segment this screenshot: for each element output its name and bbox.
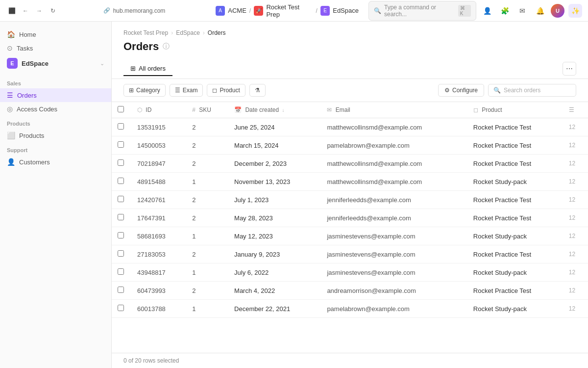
table-header-row: ⬡ ID # SKU 📅 Date created ↓	[112, 102, 588, 118]
row-id: 13531915	[131, 118, 186, 136]
row-checkbox[interactable]	[118, 123, 124, 130]
exam-icon: ☰	[175, 87, 180, 94]
th-email: ✉ Email	[321, 102, 467, 118]
reload-btn[interactable]: ↻	[47, 5, 59, 17]
row-checkbox[interactable]	[118, 287, 124, 293]
exam-filter-btn[interactable]: ☰ Exam	[170, 84, 203, 97]
row-sku: 2	[186, 191, 228, 209]
row-checkbox-cell	[112, 155, 131, 173]
avatar[interactable]: U	[551, 4, 564, 18]
category-label: Category	[136, 87, 160, 94]
sidebar-item-home[interactable]: 🏠 Home	[0, 27, 111, 41]
table-row[interactable]: 70218947 2 December 2, 2023 matthewcolli…	[112, 155, 588, 173]
table-row[interactable]: 12420761 2 July 1, 2023 jenniferleedds@e…	[112, 191, 588, 209]
select-all-checkbox[interactable]	[118, 106, 124, 112]
product-col-icon: ◻	[473, 106, 478, 113]
sidebar-item-access-codes[interactable]: ◎ Access Codes	[0, 102, 111, 116]
row-sku: 1	[186, 300, 228, 318]
table-row[interactable]: 58681693 1 May 12, 2023 jasminestevens@e…	[112, 227, 588, 245]
row-checkbox[interactable]	[118, 214, 124, 220]
nav-controls: ⬛ ← → ↻	[6, 5, 59, 17]
row-sku: 2	[186, 118, 228, 136]
row-checkbox[interactable]	[118, 159, 124, 166]
table-row[interactable]: 17647391 2 May 28, 2023 jenniferleedds@e…	[112, 209, 588, 227]
row-checkbox[interactable]	[118, 196, 124, 202]
sidebar-item-products[interactable]: ⬜ Products	[0, 129, 111, 142]
products-icon: ⬜	[7, 131, 15, 139]
th-sku-label: SKU	[199, 106, 211, 113]
row-email: pamelabrown@example.com	[321, 136, 467, 155]
acme-label: ACME	[228, 7, 246, 14]
sidebar-item-orders[interactable]: ☰ Orders	[0, 88, 111, 102]
products-label: Products	[19, 132, 44, 139]
row-id: 43948817	[131, 263, 186, 282]
row-checkbox[interactable]	[118, 268, 124, 275]
edspace-label: EdSpace	[333, 7, 359, 14]
row-checkbox[interactable]	[118, 305, 124, 311]
table-row[interactable]: 60013788 1 December 22, 2021 pamelabrown…	[112, 300, 588, 318]
row-date: July 6, 2022	[228, 263, 321, 282]
configure-icon: ⚙	[444, 87, 450, 94]
row-email: matthewcollinsmd@example.com	[321, 155, 467, 173]
row-num: 12	[563, 136, 588, 155]
profile-btn[interactable]: 👤	[480, 4, 494, 18]
th-extra: ☰	[563, 102, 588, 118]
row-checkbox[interactable]	[118, 232, 124, 238]
extension-icon[interactable]: 🧩	[498, 4, 512, 18]
row-sku: 2	[186, 136, 228, 155]
sidebar-item-customers[interactable]: 👤 Customers	[0, 155, 111, 169]
row-checkbox-cell	[112, 263, 131, 282]
sidebar-item-tasks[interactable]: ⊙ Tasks	[0, 41, 111, 55]
row-checkbox[interactable]	[118, 178, 124, 184]
table-row[interactable]: 13531915 2 June 25, 2024 matthewcollinsm…	[112, 118, 588, 136]
th-date: 📅 Date created ↓	[228, 102, 321, 118]
row-num: 12	[563, 191, 588, 209]
category-filter-btn[interactable]: ⊞ Category	[123, 84, 166, 97]
row-product: Rocket Practice Test	[467, 155, 563, 173]
more-options-btn[interactable]: ⋯	[563, 62, 576, 76]
close-btn[interactable]: ⬛	[6, 5, 18, 17]
row-num: 12	[563, 282, 588, 300]
row-checkbox[interactable]	[118, 141, 124, 148]
date-sort-icon: ↓	[282, 107, 284, 113]
row-sku: 2	[186, 245, 228, 263]
filter-icon: ⚗	[255, 87, 260, 94]
table-row[interactable]: 14500053 2 March 15, 2024 pamelabrown@ex…	[112, 136, 588, 155]
send-btn[interactable]: ✉	[515, 4, 529, 18]
access-codes-icon: ◎	[7, 105, 13, 113]
configure-btn[interactable]: ⚙ Configure	[438, 84, 484, 97]
row-checkbox-cell	[112, 227, 131, 245]
th-id: ⬡ ID	[131, 102, 186, 118]
row-product: Rocket Study-pack	[467, 300, 563, 318]
breadcrumb-middle[interactable]: EdSpace	[176, 29, 200, 36]
table-row[interactable]: 43948817 1 July 6, 2022 jasminestevens@e…	[112, 263, 588, 282]
info-icon[interactable]: ⓘ	[163, 42, 170, 51]
th-date-label: Date created	[245, 106, 279, 113]
tab-all-orders-label: All orders	[139, 65, 166, 72]
workspace-expand-icon[interactable]: ⌄	[100, 60, 104, 67]
row-num: 12	[563, 155, 588, 173]
ai-btn[interactable]: ✨	[568, 4, 582, 18]
row-date: March 4, 2022	[228, 282, 321, 300]
table-row[interactable]: 27183053 2 January 9, 2023 jasminesteven…	[112, 245, 588, 263]
forward-btn[interactable]: →	[33, 5, 45, 17]
product-filter-btn[interactable]: ◻ Product	[207, 84, 245, 97]
orders-icon: ☰	[7, 91, 13, 99]
back-btn[interactable]: ←	[20, 5, 31, 17]
notification-btn[interactable]: 🔔	[533, 4, 547, 18]
products-section-label: Products	[0, 116, 111, 129]
grid-icon: ⊞	[130, 65, 136, 72]
product-label: Product	[220, 87, 240, 94]
row-product: Rocket Practice Test	[467, 209, 563, 227]
main-content: Rocket Test Prep › EdSpace › Orders Orde…	[112, 22, 588, 368]
breadcrumb-root[interactable]: Rocket Test Prep	[123, 29, 168, 36]
row-date: December 2, 2023	[228, 155, 321, 173]
table-row[interactable]: 48915488 1 November 13, 2023 matthewcoll…	[112, 173, 588, 191]
table-row[interactable]: 60473993 2 March 4, 2022 andreamorrison@…	[112, 282, 588, 300]
row-email: matthewcollinsmd@example.com	[321, 118, 467, 136]
search-orders-input[interactable]: 🔍 Search orders	[488, 84, 576, 97]
row-checkbox[interactable]	[118, 250, 124, 257]
tab-all-orders[interactable]: ⊞ All orders	[123, 62, 172, 76]
command-search[interactable]: 🔍 Type a command or search... ⌘ K	[368, 1, 476, 21]
filter-btn[interactable]: ⚗	[249, 84, 266, 97]
